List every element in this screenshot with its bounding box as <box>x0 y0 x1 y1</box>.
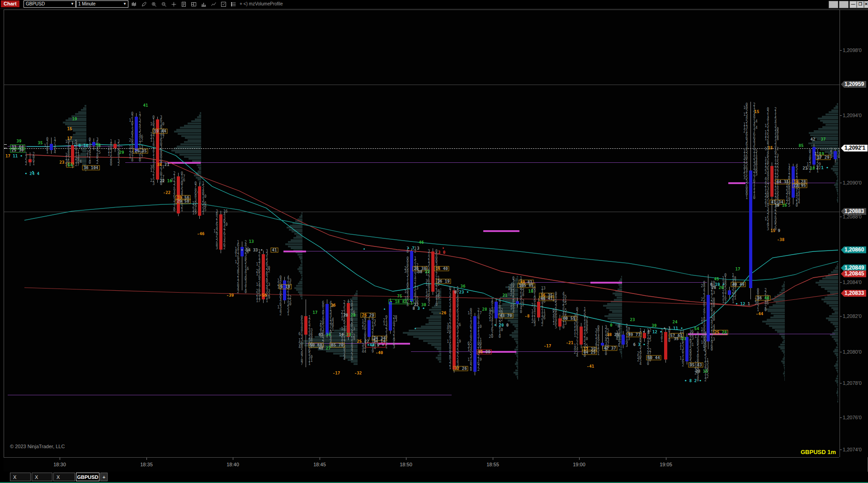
volume-profile-bar <box>180 127 201 128</box>
minimize-button[interactable]: — <box>849 1 857 8</box>
volume-profile-bar <box>772 327 785 329</box>
annotation-text: • <box>18 154 23 158</box>
orderflow-ask: 0 <box>647 362 662 366</box>
volume-profile-bar <box>784 354 785 356</box>
maximize-button[interactable]: ❐ <box>857 1 864 8</box>
tab-gbpusd-3[interactable]: GBPUSD <box>76 473 99 481</box>
annotation-text: 46 <box>419 240 424 245</box>
chart-menu-button[interactable]: Chart <box>1 0 19 7</box>
session-level-line <box>4 85 840 85</box>
orderflow-bid: 2 <box>669 364 684 367</box>
panels-icon[interactable] <box>190 0 198 8</box>
checkbox-grid-icon[interactable] <box>220 0 227 8</box>
tab-x-2[interactable]: X <box>53 473 75 481</box>
annotation-text: 15 <box>770 228 775 233</box>
add-tab-button[interactable]: + <box>100 473 108 481</box>
chevron-down-icon: ▼ <box>71 1 74 7</box>
orderflow-annotation: 8 3 • <box>412 307 425 311</box>
volume-profile-bar <box>762 321 785 322</box>
volume-profile-bar <box>301 214 302 216</box>
orderflow-annotation: • 7 3 <box>407 246 419 251</box>
volume-profile-bar <box>826 276 838 278</box>
orderflow-annotation: 50 44 <box>646 355 661 360</box>
orderflow-bid: 17 <box>245 299 260 303</box>
bar-chart-icon[interactable] <box>200 0 208 8</box>
volume-profile-bar <box>813 137 838 138</box>
orderflow-annotation: 39 <box>17 139 22 143</box>
volume-profile-bar <box>176 129 201 131</box>
candle-body <box>431 251 434 292</box>
pencil-icon[interactable] <box>140 0 148 8</box>
volume-profile-bar <box>831 307 838 309</box>
orderflow-annotation: 28 <box>482 308 487 312</box>
orderflow-annotation: 35 43 <box>688 363 703 368</box>
annotation-text: -17 <box>544 344 551 348</box>
volume-profile-bar <box>835 105 838 107</box>
orderflow-annotation: 28 95 <box>792 183 807 188</box>
volume-profile-bar <box>783 373 785 374</box>
annotation-text: 2 <box>816 166 821 170</box>
window-button-2[interactable] <box>839 1 849 8</box>
volume-profile-bar <box>826 303 838 304</box>
volume-profile-bar <box>823 122 838 123</box>
zoom-in-icon[interactable] <box>150 0 158 8</box>
orderflow-annotation: 25 28 <box>713 330 728 335</box>
volume-profile-bar <box>833 309 838 311</box>
annotation-text: -40 <box>376 350 383 355</box>
volume-profile-bar <box>837 176 838 178</box>
volume-profile-bar <box>299 266 302 268</box>
annotation-text: 40 <box>440 266 448 271</box>
close-button[interactable]: ✕ <box>864 1 868 8</box>
instrument-dropdown[interactable]: GBPUSD▼ <box>24 0 76 8</box>
session-level-line <box>4 212 840 212</box>
annotation-text: 26 <box>362 313 367 317</box>
tab-x-0[interactable]: X <box>10 473 31 481</box>
volume-profile-bar <box>618 284 622 286</box>
annotation-text: 19 <box>774 203 782 208</box>
orderflow-bid: 1 <box>647 339 663 343</box>
candles-icon[interactable] <box>130 0 138 8</box>
crosshair-icon[interactable] <box>170 0 178 8</box>
volume-profile-bar <box>352 297 358 298</box>
orderflow-annotation: -17 <box>544 344 551 348</box>
orderflow-annotation: 2 1 • <box>816 166 828 170</box>
interval-dropdown[interactable]: 1 Minute▼ <box>76 0 128 8</box>
volume-profile-bar <box>514 338 518 340</box>
tab-x-1[interactable]: X <box>32 473 52 481</box>
annotation-text: 25 <box>357 339 362 344</box>
orderflow-annotation: 15 <box>768 146 773 150</box>
annotation-text: • 14 33 • <box>241 248 263 252</box>
annotation-text: 25 <box>612 332 619 337</box>
orderflow-annotation: 65 70 <box>330 343 344 348</box>
volume-profile-bar <box>196 177 201 179</box>
annotation-text: 54 <box>694 327 699 331</box>
annotation-text: -32 <box>354 371 362 375</box>
annotation-text: 50 44 <box>647 355 660 360</box>
annotation-text: 13 <box>249 239 254 244</box>
orderflow-annotation: 36 104 <box>82 166 100 170</box>
annotation-text: -17 <box>333 371 340 375</box>
volume-profile-bar <box>73 130 86 132</box>
window-button-1[interactable] <box>829 1 838 8</box>
orderflow-annotation: -39 <box>226 294 234 298</box>
annotation-text: 17 <box>67 136 72 141</box>
list-icon[interactable] <box>230 0 237 8</box>
candle-body <box>198 186 201 216</box>
volume-profile-bar <box>837 199 838 201</box>
time-axis-tick <box>493 458 493 460</box>
time-axis[interactable]: 18:3018:3518:4018:4518:5018:5519:0019:05 <box>4 457 839 472</box>
orderflow-annotation: 15 <box>67 127 72 131</box>
volume-profile-bar <box>835 367 838 369</box>
annotation-text: 44 <box>369 343 374 347</box>
chart-plot-area[interactable]: 1230562101271130214105135041110131224361… <box>4 10 840 457</box>
zoom-out-icon[interactable] <box>160 0 168 8</box>
document-icon[interactable] <box>180 0 188 8</box>
zigzag-icon[interactable] <box>210 0 217 8</box>
annotation-text: • 8 16 <box>74 143 89 148</box>
price-axis-tick <box>840 450 842 450</box>
orderflow-annotation: 36 19 <box>436 279 451 284</box>
volume-profile-bar <box>835 182 838 184</box>
price-axis[interactable]: 1,2098'01,2094'01,2090'01,2088'01,2084'0… <box>840 10 868 457</box>
volume-profile-bar <box>620 330 622 332</box>
volume-profile-bar <box>292 231 302 232</box>
